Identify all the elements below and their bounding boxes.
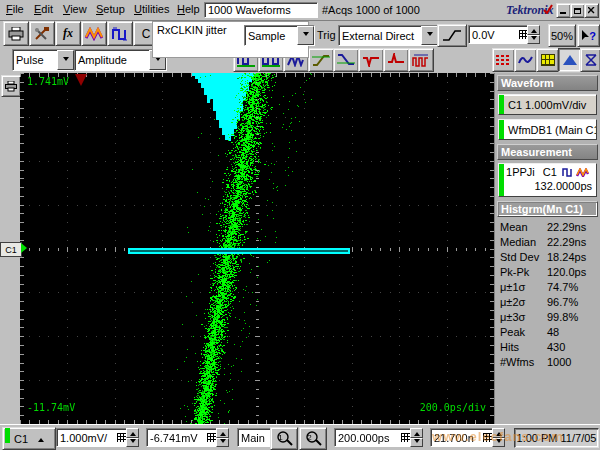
stat-row: Peak48 bbox=[497, 325, 598, 340]
pulse-icon bbox=[562, 168, 574, 177]
pos-overshoot-button[interactable] bbox=[383, 48, 409, 72]
neg-overshoot-button[interactable] bbox=[358, 48, 384, 72]
spin-up-icon bbox=[216, 428, 229, 438]
pulse-button[interactable] bbox=[107, 21, 133, 46]
vertical-top-label: 1.741mV bbox=[27, 76, 69, 87]
tools-button[interactable] bbox=[29, 21, 55, 46]
pulse-train-button[interactable] bbox=[408, 48, 434, 72]
cursors-button[interactable] bbox=[492, 48, 515, 72]
oscilloscope-app: File Edit View Setup Utilities Help 1000… bbox=[0, 0, 600, 450]
trig-label: Trig bbox=[317, 29, 336, 41]
cursor-arrow-icon bbox=[581, 30, 589, 42]
spin-up-icon bbox=[126, 428, 139, 438]
keypad-icon[interactable] bbox=[117, 433, 126, 442]
pulse-icon bbox=[112, 27, 128, 41]
context-help-button[interactable]: ? bbox=[577, 24, 600, 47]
wfmdb-button[interactable] bbox=[580, 48, 600, 72]
rising-edge-icon bbox=[442, 29, 462, 42]
acquisition-mode-select[interactable]: Sample bbox=[244, 25, 315, 46]
readout-sidebar: Waveform C1 1.000mV/div WfmDB1 (Main C1 … bbox=[494, 73, 600, 424]
print-button[interactable] bbox=[3, 21, 29, 46]
channel-color-bar bbox=[5, 428, 10, 443]
menu-bar: File Edit View Setup Utilities Help 1000… bbox=[0, 0, 600, 21]
function-button[interactable]: fx bbox=[55, 21, 81, 46]
measure-category-select[interactable]: Pulse bbox=[12, 49, 75, 71]
trigger-source-select[interactable]: External Direct bbox=[338, 25, 439, 46]
close-button[interactable] bbox=[584, 3, 599, 18]
mask-test-button[interactable] bbox=[536, 48, 559, 72]
chevron-down-icon[interactable] bbox=[421, 26, 438, 45]
rise-time-button[interactable] bbox=[308, 48, 334, 72]
channel-select-button[interactable]: C1 bbox=[2, 427, 56, 450]
timebase-label: 200.0ps/div bbox=[420, 402, 486, 413]
menu-view[interactable]: View bbox=[63, 3, 87, 15]
trigger-level-spinner[interactable] bbox=[527, 25, 540, 44]
measurement-item[interactable]: 1 PPJi C1 132.0000ps bbox=[498, 163, 597, 197]
stat-row: Std Dev18.24ps bbox=[497, 250, 598, 265]
minimize-button[interactable] bbox=[556, 3, 571, 18]
chevron-down-icon[interactable] bbox=[297, 26, 314, 45]
waveform-button[interactable] bbox=[81, 21, 107, 46]
vertical-offset-spinner[interactable] bbox=[216, 428, 229, 447]
vertical-scale-spinner[interactable] bbox=[126, 428, 139, 447]
stat-row: Median22.29ns bbox=[497, 235, 598, 250]
stat-row: μ±1σ74.7% bbox=[497, 280, 598, 295]
zoom2-button[interactable]: 2 bbox=[299, 427, 327, 450]
dashed-cursors-icon bbox=[496, 54, 511, 66]
waveform-count-readout: 1000 Waveforms bbox=[204, 2, 318, 18]
mask-icon bbox=[541, 54, 555, 66]
menu-file[interactable]: File bbox=[6, 3, 24, 15]
stat-row: μ±2σ96.7% bbox=[497, 295, 598, 310]
rise-time-icon bbox=[312, 53, 330, 67]
vertical-scale-field[interactable]: 1.000mV/ bbox=[56, 428, 130, 447]
channel-color-bar bbox=[499, 164, 504, 196]
fall-time-icon bbox=[337, 53, 355, 67]
menu-utilities[interactable]: Utilities bbox=[134, 3, 169, 15]
waveform-display bbox=[20, 73, 494, 424]
channel-marker[interactable]: C1 bbox=[0, 242, 22, 257]
pulse-train-icon bbox=[412, 53, 430, 68]
restore-button[interactable] bbox=[570, 3, 585, 18]
printer-icon bbox=[5, 81, 17, 92]
histogram-icon bbox=[562, 54, 578, 66]
acqs-status: #Acqs 1000 of 1000 bbox=[322, 4, 420, 16]
spin-down-icon bbox=[216, 438, 229, 448]
trigger-slope-button[interactable] bbox=[437, 24, 467, 47]
waveform-database-icon bbox=[585, 54, 597, 66]
trigger-level-field[interactable]: 0.0V bbox=[468, 25, 532, 44]
neg-overshoot-icon bbox=[362, 53, 380, 67]
menu-edit[interactable]: Edit bbox=[34, 3, 53, 15]
fall-time-button[interactable] bbox=[333, 48, 359, 72]
keypad-icon[interactable] bbox=[207, 433, 216, 442]
stat-row: μ±3σ99.8% bbox=[497, 310, 598, 325]
waveform-panel-header: Waveform bbox=[497, 75, 598, 91]
hardcopy-button[interactable] bbox=[1, 75, 21, 97]
stat-row: Pk-Pk120.0ps bbox=[497, 265, 598, 280]
stat-row: Hits430 bbox=[497, 340, 598, 355]
wave-icon bbox=[576, 168, 589, 177]
set-50-button[interactable]: 50% bbox=[548, 24, 576, 47]
logo-check-icon bbox=[543, 4, 553, 14]
channel-color-bar bbox=[499, 120, 504, 139]
watermark: www.elecfans.com bbox=[398, 429, 598, 445]
histogram-panel-header[interactable]: Histgrm(Mn C1) bbox=[497, 201, 598, 217]
pos-overshoot-icon bbox=[387, 53, 405, 67]
chevron-down-icon[interactable] bbox=[57, 50, 74, 70]
printer-icon bbox=[8, 27, 24, 41]
waveform-item-c1[interactable]: C1 1.000mV/div bbox=[498, 94, 597, 115]
chevron-up-icon bbox=[38, 435, 44, 442]
waveform-display-button[interactable] bbox=[514, 48, 537, 72]
histogram-button[interactable] bbox=[558, 48, 581, 72]
channel-color-bar bbox=[499, 95, 504, 114]
vertical-offset-field[interactable]: -6.741mV bbox=[146, 428, 220, 447]
spin-down-icon bbox=[126, 438, 139, 448]
wave-icon bbox=[85, 27, 103, 41]
trigger-marker-icon[interactable] bbox=[75, 74, 87, 86]
stat-row: #Wfms1000 bbox=[497, 355, 598, 370]
spin-down-icon bbox=[527, 35, 540, 45]
menu-help[interactable]: Help bbox=[177, 3, 200, 15]
measurement-panel-header: Measurement bbox=[497, 144, 598, 160]
menu-setup[interactable]: Setup bbox=[96, 3, 125, 15]
zoom1-button[interactable]: 1 bbox=[270, 427, 298, 450]
waveform-item-wfmdb1[interactable]: WfmDB1 (Main C1 bbox=[498, 119, 597, 140]
